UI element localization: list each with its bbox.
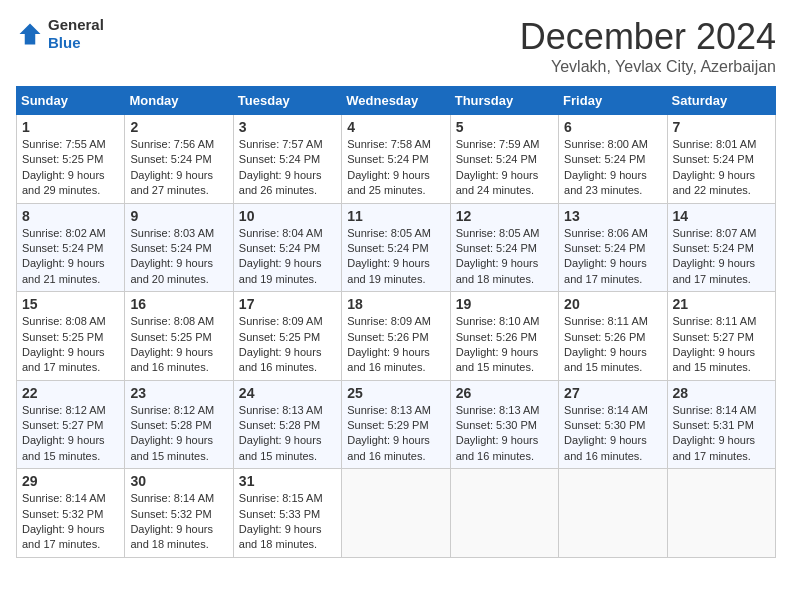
calendar-cell: 4Sunrise: 7:58 AMSunset: 5:24 PMDaylight… (342, 115, 450, 204)
calendar-cell: 14Sunrise: 8:07 AMSunset: 5:24 PMDayligh… (667, 203, 775, 292)
calendar-cell: 3Sunrise: 7:57 AMSunset: 5:24 PMDaylight… (233, 115, 341, 204)
calendar-cell: 12Sunrise: 8:05 AMSunset: 5:24 PMDayligh… (450, 203, 558, 292)
cell-info: Sunrise: 8:00 AMSunset: 5:24 PMDaylight:… (564, 137, 661, 199)
calendar-cell: 11Sunrise: 8:05 AMSunset: 5:24 PMDayligh… (342, 203, 450, 292)
day-number: 10 (239, 208, 336, 224)
day-number: 6 (564, 119, 661, 135)
day-number: 20 (564, 296, 661, 312)
calendar-cell: 26Sunrise: 8:13 AMSunset: 5:30 PMDayligh… (450, 380, 558, 469)
calendar-cell: 22Sunrise: 8:12 AMSunset: 5:27 PMDayligh… (17, 380, 125, 469)
cell-info: Sunrise: 8:07 AMSunset: 5:24 PMDaylight:… (673, 226, 770, 288)
cell-info: Sunrise: 7:57 AMSunset: 5:24 PMDaylight:… (239, 137, 336, 199)
day-number: 26 (456, 385, 553, 401)
logo-icon (16, 20, 44, 48)
calendar-table: SundayMondayTuesdayWednesdayThursdayFrid… (16, 86, 776, 558)
logo: General Blue (16, 16, 104, 52)
calendar-week-row: 1Sunrise: 7:55 AMSunset: 5:25 PMDaylight… (17, 115, 776, 204)
cell-info: Sunrise: 8:15 AMSunset: 5:33 PMDaylight:… (239, 491, 336, 553)
svg-marker-0 (20, 24, 41, 45)
cell-info: Sunrise: 8:10 AMSunset: 5:26 PMDaylight:… (456, 314, 553, 376)
calendar-cell: 9Sunrise: 8:03 AMSunset: 5:24 PMDaylight… (125, 203, 233, 292)
day-number: 23 (130, 385, 227, 401)
cell-info: Sunrise: 8:14 AMSunset: 5:31 PMDaylight:… (673, 403, 770, 465)
page-header: General Blue December 2024 Yevlakh, Yevl… (16, 16, 776, 76)
calendar-week-row: 8Sunrise: 8:02 AMSunset: 5:24 PMDaylight… (17, 203, 776, 292)
day-number: 2 (130, 119, 227, 135)
cell-info: Sunrise: 8:13 AMSunset: 5:29 PMDaylight:… (347, 403, 444, 465)
cell-info: Sunrise: 8:04 AMSunset: 5:24 PMDaylight:… (239, 226, 336, 288)
calendar-cell: 18Sunrise: 8:09 AMSunset: 5:26 PMDayligh… (342, 292, 450, 381)
day-number: 28 (673, 385, 770, 401)
calendar-cell (450, 469, 558, 558)
calendar-cell: 29Sunrise: 8:14 AMSunset: 5:32 PMDayligh… (17, 469, 125, 558)
month-title: December 2024 (520, 16, 776, 58)
cell-info: Sunrise: 8:13 AMSunset: 5:30 PMDaylight:… (456, 403, 553, 465)
calendar-cell: 21Sunrise: 8:11 AMSunset: 5:27 PMDayligh… (667, 292, 775, 381)
cell-info: Sunrise: 7:56 AMSunset: 5:24 PMDaylight:… (130, 137, 227, 199)
weekday-label: Saturday (667, 87, 775, 115)
calendar-cell: 15Sunrise: 8:08 AMSunset: 5:25 PMDayligh… (17, 292, 125, 381)
weekday-label: Tuesday (233, 87, 341, 115)
calendar-cell: 8Sunrise: 8:02 AMSunset: 5:24 PMDaylight… (17, 203, 125, 292)
day-number: 4 (347, 119, 444, 135)
calendar-cell: 28Sunrise: 8:14 AMSunset: 5:31 PMDayligh… (667, 380, 775, 469)
day-number: 15 (22, 296, 119, 312)
cell-info: Sunrise: 8:05 AMSunset: 5:24 PMDaylight:… (456, 226, 553, 288)
day-number: 7 (673, 119, 770, 135)
day-number: 3 (239, 119, 336, 135)
weekday-header-row: SundayMondayTuesdayWednesdayThursdayFrid… (17, 87, 776, 115)
cell-info: Sunrise: 7:59 AMSunset: 5:24 PMDaylight:… (456, 137, 553, 199)
weekday-label: Wednesday (342, 87, 450, 115)
day-number: 14 (673, 208, 770, 224)
calendar-cell: 27Sunrise: 8:14 AMSunset: 5:30 PMDayligh… (559, 380, 667, 469)
calendar-cell: 7Sunrise: 8:01 AMSunset: 5:24 PMDaylight… (667, 115, 775, 204)
calendar-cell: 10Sunrise: 8:04 AMSunset: 5:24 PMDayligh… (233, 203, 341, 292)
calendar-cell: 25Sunrise: 8:13 AMSunset: 5:29 PMDayligh… (342, 380, 450, 469)
calendar-cell: 5Sunrise: 7:59 AMSunset: 5:24 PMDaylight… (450, 115, 558, 204)
day-number: 13 (564, 208, 661, 224)
weekday-label: Monday (125, 87, 233, 115)
weekday-label: Thursday (450, 87, 558, 115)
calendar-cell: 17Sunrise: 8:09 AMSunset: 5:25 PMDayligh… (233, 292, 341, 381)
cell-info: Sunrise: 8:02 AMSunset: 5:24 PMDaylight:… (22, 226, 119, 288)
cell-info: Sunrise: 8:05 AMSunset: 5:24 PMDaylight:… (347, 226, 444, 288)
title-block: December 2024 Yevlakh, Yevlax City, Azer… (520, 16, 776, 76)
cell-info: Sunrise: 7:58 AMSunset: 5:24 PMDaylight:… (347, 137, 444, 199)
day-number: 17 (239, 296, 336, 312)
cell-info: Sunrise: 8:12 AMSunset: 5:27 PMDaylight:… (22, 403, 119, 465)
day-number: 5 (456, 119, 553, 135)
day-number: 22 (22, 385, 119, 401)
calendar-cell: 13Sunrise: 8:06 AMSunset: 5:24 PMDayligh… (559, 203, 667, 292)
cell-info: Sunrise: 8:11 AMSunset: 5:27 PMDaylight:… (673, 314, 770, 376)
day-number: 27 (564, 385, 661, 401)
cell-info: Sunrise: 8:14 AMSunset: 5:30 PMDaylight:… (564, 403, 661, 465)
calendar-cell: 19Sunrise: 8:10 AMSunset: 5:26 PMDayligh… (450, 292, 558, 381)
calendar-cell: 2Sunrise: 7:56 AMSunset: 5:24 PMDaylight… (125, 115, 233, 204)
cell-info: Sunrise: 8:13 AMSunset: 5:28 PMDaylight:… (239, 403, 336, 465)
day-number: 8 (22, 208, 119, 224)
weekday-label: Sunday (17, 87, 125, 115)
calendar-week-row: 29Sunrise: 8:14 AMSunset: 5:32 PMDayligh… (17, 469, 776, 558)
location-title: Yevlakh, Yevlax City, Azerbaijan (520, 58, 776, 76)
calendar-cell: 6Sunrise: 8:00 AMSunset: 5:24 PMDaylight… (559, 115, 667, 204)
cell-info: Sunrise: 8:11 AMSunset: 5:26 PMDaylight:… (564, 314, 661, 376)
day-number: 16 (130, 296, 227, 312)
day-number: 31 (239, 473, 336, 489)
cell-info: Sunrise: 8:09 AMSunset: 5:25 PMDaylight:… (239, 314, 336, 376)
day-number: 25 (347, 385, 444, 401)
cell-info: Sunrise: 8:01 AMSunset: 5:24 PMDaylight:… (673, 137, 770, 199)
cell-info: Sunrise: 8:14 AMSunset: 5:32 PMDaylight:… (130, 491, 227, 553)
cell-info: Sunrise: 8:03 AMSunset: 5:24 PMDaylight:… (130, 226, 227, 288)
day-number: 12 (456, 208, 553, 224)
cell-info: Sunrise: 7:55 AMSunset: 5:25 PMDaylight:… (22, 137, 119, 199)
calendar-week-row: 15Sunrise: 8:08 AMSunset: 5:25 PMDayligh… (17, 292, 776, 381)
cell-info: Sunrise: 8:08 AMSunset: 5:25 PMDaylight:… (22, 314, 119, 376)
calendar-cell: 31Sunrise: 8:15 AMSunset: 5:33 PMDayligh… (233, 469, 341, 558)
cell-info: Sunrise: 8:06 AMSunset: 5:24 PMDaylight:… (564, 226, 661, 288)
day-number: 18 (347, 296, 444, 312)
calendar-cell (559, 469, 667, 558)
calendar-cell: 20Sunrise: 8:11 AMSunset: 5:26 PMDayligh… (559, 292, 667, 381)
cell-info: Sunrise: 8:12 AMSunset: 5:28 PMDaylight:… (130, 403, 227, 465)
day-number: 29 (22, 473, 119, 489)
calendar-cell (342, 469, 450, 558)
